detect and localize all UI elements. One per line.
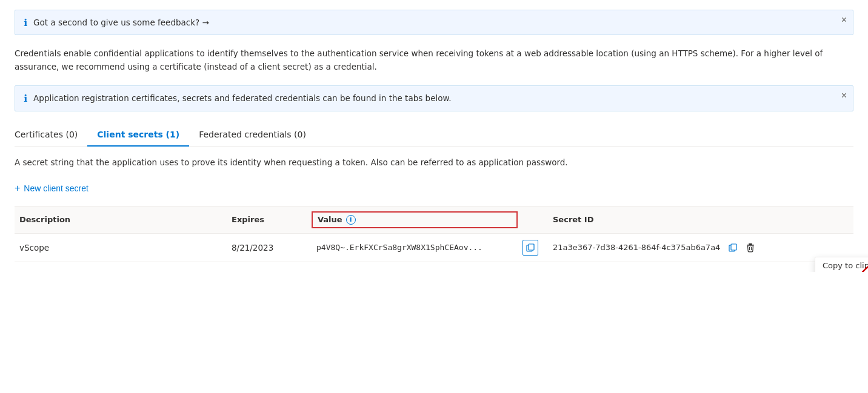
cell-secret-id-area: 21a3e367-7d38-4261-864f-4c375ab6a7a4 <box>548 234 853 261</box>
info-banner-tabs-text: Application registration certificates, s… <box>33 92 451 104</box>
copy-value-button[interactable] <box>522 240 538 256</box>
secrets-table: Description Expires Value i Secret ID vS… <box>15 206 853 262</box>
col-header-description: Description <box>15 211 227 228</box>
value-label: Value <box>318 215 342 224</box>
cell-expires: 8/21/2023 <box>227 237 312 259</box>
delete-secret-button[interactable] <box>743 240 758 255</box>
arrow-annotation <box>839 263 868 272</box>
cell-secret-id: 21a3e367-7d38-4261-864f-4c375ab6a7a4 <box>553 243 720 252</box>
feedback-banner-close[interactable]: × <box>841 15 847 25</box>
copy-secret-id-icon <box>729 243 737 252</box>
tab-certificates[interactable]: Certificates (0) <box>15 124 87 147</box>
copy-icon <box>526 243 535 252</box>
copy-secret-id-button[interactable] <box>726 241 739 254</box>
info-banner-tabs: ℹ Application registration certificates,… <box>15 85 853 111</box>
new-secret-label: New client secret <box>24 183 88 193</box>
col-header-secret-id: Secret ID <box>548 211 853 228</box>
feedback-banner: ℹ Got a second to give us some feedback?… <box>15 10 853 35</box>
table-row: vScope 8/21/2023 p4V8Q~.ErkFXCrSa8grXW8X… <box>15 234 853 262</box>
svg-rect-1 <box>529 244 534 250</box>
col-header-value: Value i <box>312 211 518 228</box>
feedback-banner-text: Got a second to give us some feedback? → <box>33 16 209 28</box>
plus-icon: + <box>15 183 20 194</box>
tab-description: A secret string that the application use… <box>15 156 853 168</box>
info-banner-tabs-close[interactable]: × <box>841 91 847 101</box>
cell-description: vScope <box>15 237 227 259</box>
tab-client-secrets[interactable]: Client secrets (1) <box>87 124 189 147</box>
new-client-secret-button[interactable]: + New client secret <box>15 180 88 196</box>
svg-rect-4 <box>731 244 736 250</box>
tabs-container: Certificates (0) Client secrets (1) Fede… <box>15 124 853 147</box>
info-icon-2: ℹ <box>24 93 27 104</box>
svg-rect-6 <box>747 245 754 246</box>
col-header-expires: Expires <box>227 211 312 228</box>
info-icon: ℹ <box>24 17 27 28</box>
cell-copy-action: Copy to clipboard <box>518 234 548 262</box>
svg-rect-5 <box>749 243 752 245</box>
col-header-copy <box>518 211 548 228</box>
cell-value: p4V8Q~.ErkFXCrSa8grXW8X1SphCEAov... <box>312 237 518 258</box>
value-info-icon[interactable]: i <box>346 215 356 225</box>
table-header: Description Expires Value i Secret ID <box>15 206 853 234</box>
tab-federated-credentials[interactable]: Federated credentials (0) <box>189 124 316 147</box>
delete-icon <box>746 243 755 253</box>
credentials-description: Credentials enable confidential applicat… <box>15 47 853 73</box>
